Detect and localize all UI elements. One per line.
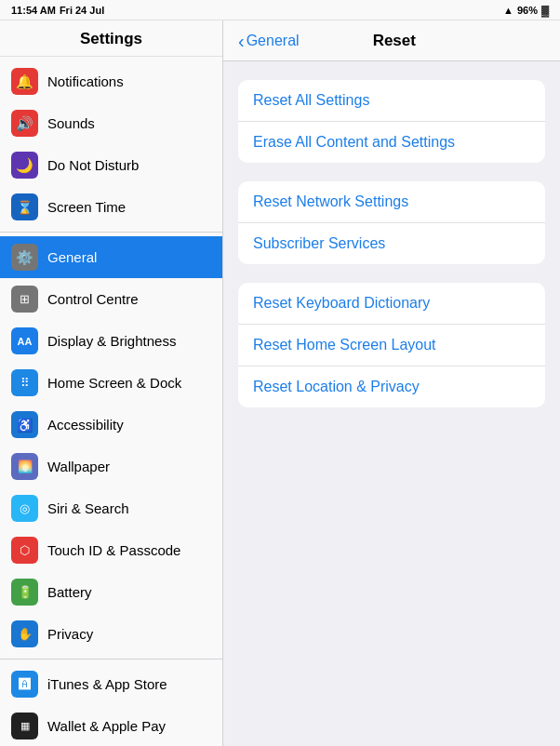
reset-all-settings-label: Reset All Settings bbox=[253, 92, 369, 108]
reset-all-settings-item[interactable]: Reset All Settings bbox=[238, 80, 545, 122]
general-label: General bbox=[47, 249, 97, 265]
sounds-icon: 🔊 bbox=[11, 110, 38, 137]
main-layout: Settings 🔔 Notifications 🔊 Sounds 🌙 Do N… bbox=[0, 20, 560, 746]
wifi-icon: ▲ bbox=[503, 5, 513, 16]
back-label: General bbox=[247, 33, 300, 49]
control-centre-label: Control Centre bbox=[47, 291, 139, 307]
back-button[interactable]: ‹ General bbox=[238, 32, 300, 50]
privacy-icon: ✋ bbox=[11, 620, 38, 647]
date-label: Fri 24 Jul bbox=[60, 5, 104, 16]
reset-location-privacy-label: Reset Location & Privacy bbox=[253, 379, 420, 394]
control-centre-icon: ⊞ bbox=[11, 286, 38, 313]
sidebar-section-0: 🔔 Notifications 🔊 Sounds 🌙 Do Not Distur… bbox=[0, 57, 222, 233]
siri-label: Siri & Search bbox=[47, 500, 129, 516]
wallpaper-icon: 🌅 bbox=[11, 453, 38, 480]
sidebar-item-home-screen-dock[interactable]: ⠿ Home Screen & Dock bbox=[0, 362, 222, 404]
content-header: ‹ General Reset bbox=[223, 20, 560, 61]
privacy-label: Privacy bbox=[47, 626, 93, 642]
sidebar-item-do-not-disturb[interactable]: 🌙 Do Not Disturb bbox=[0, 144, 222, 186]
sidebar-item-siri-search[interactable]: ◎ Siri & Search bbox=[0, 487, 222, 529]
sidebar-item-touch-id[interactable]: ⬡ Touch ID & Passcode bbox=[0, 529, 222, 571]
status-right: ▲ 96% ▓ bbox=[503, 5, 549, 16]
status-left: 11:54 AM Fri 24 Jul bbox=[11, 5, 104, 16]
sidebar-item-wallet-apple-pay[interactable]: ▦ Wallet & Apple Pay bbox=[0, 705, 222, 746]
do-not-disturb-icon: 🌙 bbox=[11, 152, 38, 179]
sidebar-item-wallpaper[interactable]: 🌅 Wallpaper bbox=[0, 446, 222, 487]
subscriber-services-label: Subscriber Services bbox=[253, 235, 385, 251]
home-screen-label: Home Screen & Dock bbox=[47, 375, 181, 391]
content-title: Reset bbox=[300, 32, 489, 50]
screen-time-label: Screen Time bbox=[47, 199, 126, 215]
reset-network-item[interactable]: Reset Network Settings bbox=[238, 181, 545, 223]
do-not-disturb-label: Do Not Disturb bbox=[47, 157, 139, 173]
time-label: 11:54 AM bbox=[11, 5, 56, 16]
touch-id-label: Touch ID & Passcode bbox=[47, 542, 180, 558]
sidebar-item-display-brightness[interactable]: AA Display & Brightness bbox=[0, 320, 222, 362]
reset-location-privacy-item[interactable]: Reset Location & Privacy bbox=[238, 366, 545, 407]
content-area: ‹ General Reset Reset All Settings Erase… bbox=[223, 20, 560, 746]
sidebar-title: Settings bbox=[0, 20, 222, 57]
sidebar-section-2: 🅰 iTunes & App Store ▦ Wallet & Apple Pa… bbox=[0, 659, 222, 746]
itunes-icon: 🅰 bbox=[11, 671, 38, 698]
sidebar-item-privacy[interactable]: ✋ Privacy bbox=[0, 613, 222, 655]
sidebar-item-screen-time[interactable]: ⌛ Screen Time bbox=[0, 186, 222, 228]
wallet-icon: ▦ bbox=[11, 713, 38, 739]
touch-id-icon: ⬡ bbox=[11, 537, 38, 564]
accessibility-icon: ♿ bbox=[11, 411, 38, 438]
sidebar-item-control-centre[interactable]: ⊞ Control Centre bbox=[0, 278, 222, 320]
content-body: Reset All Settings Erase All Content and… bbox=[223, 61, 560, 426]
itunes-label: iTunes & App Store bbox=[47, 676, 167, 692]
wallet-label: Wallet & Apple Pay bbox=[47, 718, 166, 734]
back-chevron-icon: ‹ bbox=[238, 32, 245, 50]
screen-time-icon: ⌛ bbox=[11, 193, 38, 220]
status-bar: 11:54 AM Fri 24 Jul ▲ 96% ▓ bbox=[0, 0, 560, 20]
sounds-label: Sounds bbox=[47, 115, 95, 131]
sidebar: Settings 🔔 Notifications 🔊 Sounds 🌙 Do N… bbox=[0, 20, 223, 746]
notifications-label: Notifications bbox=[47, 73, 124, 89]
reset-card-0: Reset All Settings Erase All Content and… bbox=[238, 80, 545, 163]
battery-label-item: Battery bbox=[47, 584, 92, 600]
reset-keyboard-item[interactable]: Reset Keyboard Dictionary bbox=[238, 283, 545, 325]
wallpaper-label: Wallpaper bbox=[47, 459, 110, 474]
reset-card-1: Reset Network Settings Subscriber Servic… bbox=[238, 181, 545, 264]
erase-all-content-label: Erase All Content and Settings bbox=[253, 134, 455, 150]
general-icon: ⚙️ bbox=[11, 244, 38, 271]
battery-label: 96% bbox=[517, 5, 538, 16]
accessibility-label: Accessibility bbox=[47, 417, 124, 433]
sidebar-item-sounds[interactable]: 🔊 Sounds bbox=[0, 102, 222, 144]
sidebar-item-general[interactable]: ⚙️ General bbox=[0, 236, 222, 278]
reset-card-2: Reset Keyboard Dictionary Reset Home Scr… bbox=[238, 283, 545, 407]
reset-keyboard-label: Reset Keyboard Dictionary bbox=[253, 295, 430, 311]
notifications-icon: 🔔 bbox=[11, 68, 38, 95]
subscriber-services-item[interactable]: Subscriber Services bbox=[238, 223, 545, 264]
sidebar-section-1: ⚙️ General ⊞ Control Centre AA Display &… bbox=[0, 233, 222, 659]
display-brightness-icon: AA bbox=[11, 327, 38, 354]
display-brightness-label: Display & Brightness bbox=[47, 333, 176, 349]
battery-icon: ▓ bbox=[541, 5, 549, 16]
battery-icon-item: 🔋 bbox=[11, 579, 38, 606]
sidebar-item-battery[interactable]: 🔋 Battery bbox=[0, 571, 222, 613]
reset-network-label: Reset Network Settings bbox=[253, 193, 408, 209]
sidebar-item-notifications[interactable]: 🔔 Notifications bbox=[0, 60, 222, 102]
erase-all-content-item[interactable]: Erase All Content and Settings bbox=[238, 122, 545, 163]
reset-home-screen-item[interactable]: Reset Home Screen Layout bbox=[238, 325, 545, 366]
sidebar-item-accessibility[interactable]: ♿ Accessibility bbox=[0, 404, 222, 446]
siri-icon: ◎ bbox=[11, 495, 38, 522]
reset-home-screen-label: Reset Home Screen Layout bbox=[253, 337, 436, 353]
sidebar-item-itunes-app-store[interactable]: 🅰 iTunes & App Store bbox=[0, 663, 222, 705]
home-screen-icon: ⠿ bbox=[11, 369, 38, 396]
